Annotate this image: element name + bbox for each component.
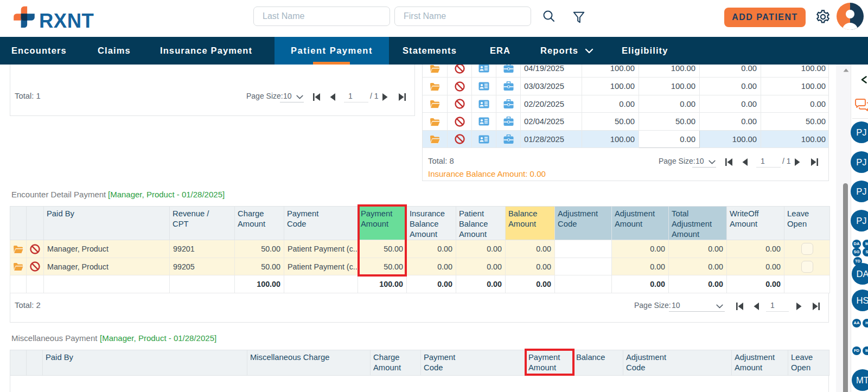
svg-text:RXNT: RXNT <box>39 10 94 32</box>
